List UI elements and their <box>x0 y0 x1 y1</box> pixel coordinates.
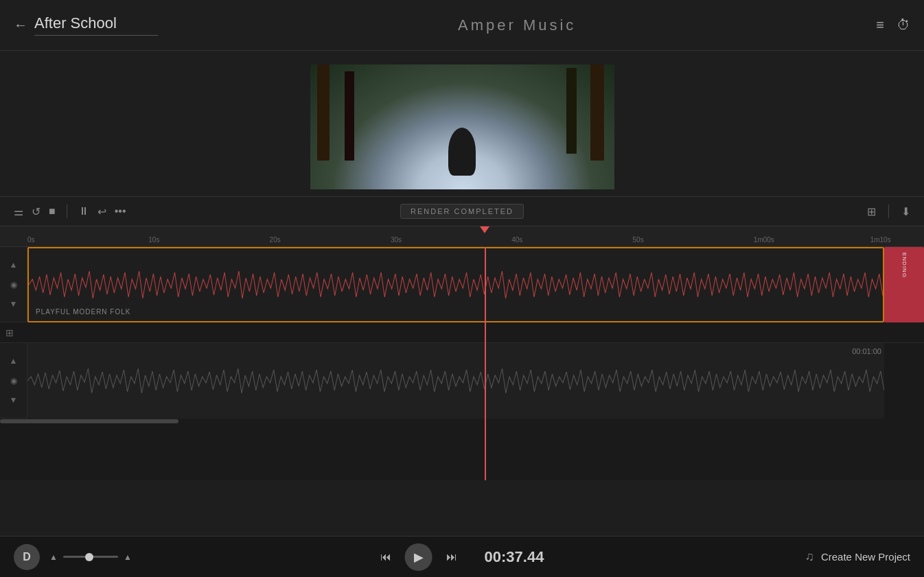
skip-back-button[interactable]: ⏮ <box>380 551 391 563</box>
scrollbar-thumb[interactable] <box>0 419 178 423</box>
ruler-mark-60: 1m00s <box>754 236 774 244</box>
video-track-content[interactable]: 00:01:00 <box>27 343 924 419</box>
ruler-mark-20: 20s <box>270 236 281 244</box>
export-icon[interactable]: ⬇ <box>901 205 910 218</box>
ending-block: ENDING <box>884 247 924 322</box>
ruler-mark-0: 0s <box>27 236 35 244</box>
vol-low-icon[interactable]: ▲ <box>49 552 58 562</box>
video-preview[interactable] <box>310 64 614 189</box>
player-controls: ⏮ ▶ ⏭ 00:37.44 <box>380 543 544 571</box>
volume-thumb <box>85 553 93 561</box>
header-right: ≡ ⏱ <box>876 17 910 33</box>
video-end-block <box>884 343 924 419</box>
refresh-icon[interactable]: ↺ <box>32 205 41 218</box>
back-button[interactable]: ← <box>14 17 27 33</box>
history-icon[interactable]: ⏱ <box>897 17 910 33</box>
ruler-mark-30: 30s <box>391 236 402 244</box>
tree-decoration <box>590 64 604 161</box>
header-left: ← After School <box>14 14 158 36</box>
create-new-button[interactable]: Create New Project <box>821 551 910 563</box>
ending-label: ENDING <box>901 252 908 278</box>
video-track-row: ▲ ◉ ▼ 00:01:00 <box>0 343 924 419</box>
add-track-icon[interactable]: ⊞ <box>5 327 14 338</box>
ruler-mark-40: 40s <box>511 236 522 244</box>
tree-decoration <box>566 68 577 154</box>
ruler-mark-50: 50s <box>633 236 644 244</box>
skip-forward-button[interactable]: ⏭ <box>446 551 457 563</box>
video-area <box>0 51 924 196</box>
volume-icon[interactable]: ◉ <box>10 280 17 290</box>
timeline: 0s 10s 20s 30s 40s 50s 1m00s 1m10s ▲ ◉ ▼ <box>0 226 924 480</box>
undo-icon[interactable]: ↩ <box>97 205 106 218</box>
volume-controls: ▲ ▲ <box>49 552 132 562</box>
player-bar: D ▲ ▲ ⏮ ▶ ⏭ 00:37.44 ♫ Create New Projec… <box>0 536 924 577</box>
toolbar: ⚌ ↺ ■ ⏸ ↩ ••• RENDER COMPLETED ⊞ ⬇ <box>0 196 924 226</box>
eq-icon[interactable]: ⚌ <box>14 205 23 218</box>
music-track-row: ▲ ◉ ▼ PLAYFUL MODERN FOLK ENDING <box>0 247 924 322</box>
grid-icon[interactable]: ⊞ <box>867 205 876 218</box>
video-track-controls: ▲ ◉ ▼ <box>0 343 27 418</box>
volume-icon-video[interactable]: ◉ <box>10 376 17 386</box>
video-waveform-svg <box>27 360 884 401</box>
solo-icon[interactable]: ▼ <box>10 299 18 309</box>
toolbar-right: ⊞ ⬇ <box>867 204 910 218</box>
project-title[interactable]: After School <box>34 14 158 36</box>
play-icon: ▶ <box>414 550 424 565</box>
player-right: ♫ Create New Project <box>805 550 910 564</box>
more-icon[interactable]: ••• <box>115 205 126 217</box>
music-block: PLAYFUL MODERN FOLK <box>27 247 884 322</box>
vol-high-icon[interactable]: ▲ <box>124 552 132 562</box>
figure-decoration <box>448 128 476 176</box>
stop-icon[interactable]: ■ <box>49 205 56 217</box>
solo-icon-video[interactable]: ▼ <box>10 395 18 405</box>
play-button[interactable]: ▶ <box>405 543 432 571</box>
volume-slider[interactable] <box>63 556 118 558</box>
music-note-icon: ♫ <box>805 550 814 564</box>
video-waveform-block: 00:01:00 <box>27 343 884 419</box>
video-scene <box>310 64 614 189</box>
music-track-label: PLAYFUL MODERN FOLK <box>36 308 130 316</box>
music-track-controls: ▲ ◉ ▼ <box>0 247 27 322</box>
menu-icon[interactable]: ≡ <box>876 17 884 33</box>
app-brand: Amper Music <box>458 16 576 34</box>
header: ← After School Amper Music ≡ ⏱ <box>0 0 924 51</box>
player-avatar[interactable]: D <box>14 544 40 570</box>
ruler-mark-10: 10s <box>148 236 159 244</box>
mute-icon[interactable]: ▲ <box>10 260 18 270</box>
toolbar-separator <box>67 204 67 218</box>
music-track-content[interactable]: PLAYFUL MODERN FOLK ENDING <box>27 247 924 322</box>
tree-decoration <box>317 64 330 161</box>
mute-icon-video[interactable]: ▲ <box>10 356 18 366</box>
pause-icon[interactable]: ⏸ <box>78 205 89 217</box>
waveform-svg <box>29 264 883 305</box>
video-timestamp: 00:01:00 <box>852 347 881 355</box>
scrollbar-area[interactable] <box>0 419 924 424</box>
render-badge: RENDER COMPLETED <box>400 204 524 219</box>
separator-row: ⊞ <box>0 322 924 343</box>
tree-decoration <box>345 71 354 161</box>
ruler-mark-70: 1m10s <box>870 236 891 244</box>
toolbar-separator <box>888 204 889 218</box>
player-time: 00:37.44 <box>485 548 544 566</box>
timeline-ruler: 0s 10s 20s 30s 40s 50s 1m00s 1m10s <box>0 226 924 247</box>
